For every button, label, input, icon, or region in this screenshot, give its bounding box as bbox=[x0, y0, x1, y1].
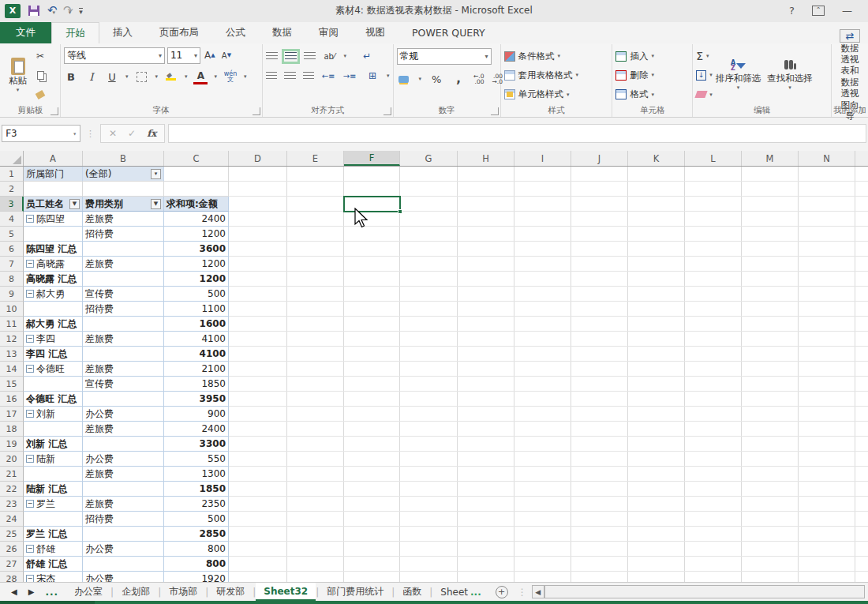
cell-A27[interactable]: 舒雄 汇总 bbox=[24, 557, 83, 572]
cell-A1[interactable]: 所属部门 bbox=[24, 167, 83, 182]
cell-B9[interactable]: 宣传费 bbox=[83, 287, 164, 302]
ribbon-tab-7[interactable]: 视图 bbox=[352, 22, 398, 43]
more-sheets-left-icon[interactable]: ... bbox=[45, 587, 58, 598]
cell-A22[interactable]: 陆新 汇总 bbox=[24, 482, 83, 497]
cell-A28[interactable]: −宋杰 bbox=[24, 572, 83, 582]
increase-indent-icon[interactable]: →≡ bbox=[342, 68, 357, 84]
cell-A24[interactable] bbox=[24, 512, 83, 527]
row-header-18[interactable]: 18 bbox=[0, 422, 24, 437]
column-header-N[interactable]: N bbox=[799, 151, 855, 166]
cell-B25[interactable] bbox=[83, 527, 164, 542]
cell-C3[interactable]: 求和项:金额 bbox=[164, 197, 229, 212]
scrollbar-track[interactable] bbox=[544, 585, 865, 598]
ribbon-tab-file[interactable]: 文件 bbox=[0, 22, 51, 43]
cell-A23[interactable]: −罗兰 bbox=[24, 497, 83, 512]
row-header-20[interactable]: 20 bbox=[0, 452, 24, 467]
column-header-F[interactable]: F bbox=[344, 151, 400, 166]
format-painter-icon[interactable] bbox=[33, 87, 47, 103]
clipboard-dialog-launcher[interactable] bbox=[51, 107, 58, 115]
cell-C22[interactable]: 1850 bbox=[164, 482, 229, 497]
row-header-22[interactable]: 22 bbox=[0, 482, 24, 497]
column-header-L[interactable]: L bbox=[685, 151, 742, 166]
cell-B4[interactable]: 差旅费 bbox=[83, 212, 164, 227]
increase-decimal-icon[interactable]: ←.0.00 bbox=[473, 73, 484, 84]
row-header-25[interactable]: 25 bbox=[0, 527, 24, 542]
styles-item-1[interactable]: 套用表格格式▾ bbox=[504, 67, 609, 84]
row-header-24[interactable]: 24 bbox=[0, 512, 24, 527]
row-header-14[interactable]: 14 bbox=[0, 362, 24, 377]
insert-function-icon[interactable]: fx bbox=[147, 128, 156, 139]
row-header-16[interactable]: 16 bbox=[0, 392, 24, 407]
cell-C13[interactable]: 4100 bbox=[164, 347, 229, 362]
underline-button[interactable]: U bbox=[105, 69, 119, 84]
cell-B18[interactable]: 差旅费 bbox=[83, 422, 164, 437]
cell-C8[interactable]: 1200 bbox=[164, 272, 229, 287]
bold-button[interactable]: B bbox=[64, 69, 78, 84]
cell-A14[interactable]: −令德旺 bbox=[24, 362, 83, 377]
column-header-E[interactable]: E bbox=[287, 151, 344, 166]
scroll-left-icon[interactable]: ◀ bbox=[532, 585, 544, 598]
row-header-7[interactable]: 7 bbox=[0, 257, 24, 272]
row-header-6[interactable]: 6 bbox=[0, 242, 24, 257]
shrink-font-icon[interactable]: A▼ bbox=[219, 47, 234, 63]
cell-A20[interactable]: −陆新 bbox=[24, 452, 83, 467]
ribbon-tab-5[interactable]: 数据 bbox=[259, 22, 305, 43]
cell-A10[interactable] bbox=[24, 302, 83, 317]
minimize-icon[interactable]: — bbox=[842, 5, 852, 17]
sort-filter-button[interactable]: AZ 排序和筛选 ▾ bbox=[713, 47, 765, 104]
ribbon-tab-8[interactable]: POWER QUERY bbox=[398, 22, 499, 43]
row-header-9[interactable]: 9 bbox=[0, 287, 24, 302]
horizontal-scrollbar[interactable]: ◀ bbox=[532, 583, 868, 601]
cell-C28[interactable]: 1920 bbox=[164, 572, 229, 582]
alignment-dialog-launcher[interactable] bbox=[383, 107, 391, 115]
wrap-text-icon[interactable]: ↵ bbox=[360, 48, 374, 64]
cell-C24[interactable]: 500 bbox=[164, 512, 229, 527]
column-header-I[interactable]: I bbox=[514, 151, 571, 166]
cell-A12[interactable]: −李四 bbox=[24, 332, 83, 347]
sheet-tab-部门费用统计[interactable]: 部门费用统计 bbox=[319, 583, 391, 601]
cell-B23[interactable]: 差旅费 bbox=[83, 497, 164, 512]
percent-style-icon[interactable]: % bbox=[429, 71, 443, 87]
cell-A3[interactable]: 员工姓名▼ bbox=[24, 197, 83, 212]
align-center-icon[interactable] bbox=[284, 72, 296, 81]
cell-B28[interactable]: 办公费 bbox=[83, 572, 164, 582]
row-header-21[interactable]: 21 bbox=[0, 467, 24, 482]
row-header-28[interactable]: 28 bbox=[0, 572, 24, 582]
cell-C9[interactable]: 500 bbox=[164, 287, 229, 302]
cell-B27[interactable] bbox=[83, 557, 164, 572]
column-header-H[interactable]: H bbox=[458, 151, 514, 166]
sheet-tab-Sheet[interactable]: Sheet... bbox=[432, 583, 488, 601]
cell-A4[interactable]: −陈四望 bbox=[24, 212, 83, 227]
column-header-M[interactable]: M bbox=[742, 151, 799, 166]
row-header-19[interactable]: 19 bbox=[0, 437, 24, 452]
new-sheet-button[interactable]: + bbox=[496, 586, 508, 598]
cell-B3[interactable]: 费用类别▼ bbox=[83, 197, 164, 212]
cell-A9[interactable]: −郝大勇 bbox=[24, 287, 83, 302]
filter-button-b3[interactable]: ▼ bbox=[151, 199, 161, 209]
fill-button[interactable]: ↓▾ bbox=[696, 67, 713, 84]
align-left-icon[interactable] bbox=[266, 72, 278, 81]
clear-button[interactable]: ▾ bbox=[696, 86, 713, 103]
cell-B1[interactable]: (全部)▾ bbox=[83, 167, 164, 182]
font-size-combo[interactable]: 11▾ bbox=[167, 47, 200, 64]
row-header-13[interactable]: 13 bbox=[0, 347, 24, 362]
row-header-1[interactable]: 1 bbox=[0, 167, 24, 182]
cut-icon[interactable]: ✂ bbox=[33, 48, 47, 64]
cell-A17[interactable]: −刘新 bbox=[24, 407, 83, 422]
cell-C27[interactable]: 800 bbox=[164, 557, 229, 572]
italic-button[interactable]: I bbox=[84, 69, 99, 84]
row-header-15[interactable]: 15 bbox=[0, 377, 24, 392]
cancel-icon[interactable]: ✕ bbox=[109, 128, 117, 139]
font-name-combo[interactable]: 等线▾ bbox=[64, 47, 165, 64]
cell-B2[interactable] bbox=[83, 182, 164, 197]
cell-C6[interactable]: 3600 bbox=[164, 242, 229, 257]
cell-C5[interactable]: 1200 bbox=[164, 227, 229, 242]
cell-A2[interactable] bbox=[24, 182, 83, 197]
cell-B24[interactable]: 招待费 bbox=[83, 512, 164, 527]
formula-input[interactable] bbox=[168, 124, 866, 143]
cell-B16[interactable] bbox=[83, 392, 164, 407]
name-box[interactable]: F3▾ bbox=[2, 125, 80, 142]
align-top-icon[interactable] bbox=[266, 52, 278, 61]
cell-A18[interactable] bbox=[24, 422, 83, 437]
cell-A15[interactable] bbox=[24, 377, 83, 392]
